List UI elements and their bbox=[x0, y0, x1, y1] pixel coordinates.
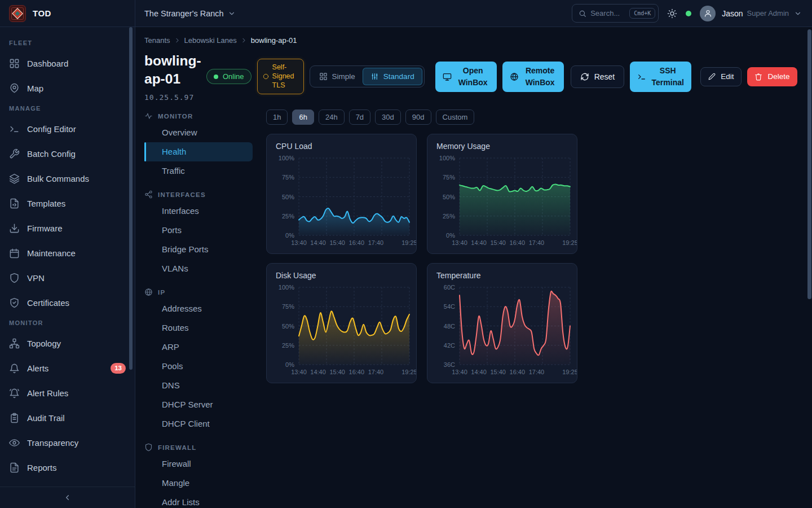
sidebar-item-reports[interactable]: Reports bbox=[0, 455, 135, 480]
sidebar-item-bulk-commands[interactable]: Bulk Commands bbox=[0, 166, 135, 191]
sidebar-item-transparency[interactable]: Transparency bbox=[0, 430, 135, 455]
alerts-count-badge: 13 bbox=[111, 363, 126, 374]
reset-button[interactable]: Reset bbox=[571, 65, 625, 88]
toggle-standard-label: Standard bbox=[383, 72, 414, 81]
subnav-item-health[interactable]: Health bbox=[144, 142, 253, 161]
content-row: MONITOROverviewHealthTrafficINTERFACESIn… bbox=[144, 110, 812, 508]
user-avatar[interactable] bbox=[700, 6, 716, 21]
subnav-item-dhcp-server[interactable]: DHCP Server bbox=[144, 395, 253, 414]
subnav-item-traffic[interactable]: Traffic bbox=[144, 161, 253, 181]
sidebar-item-dashboard[interactable]: Dashboard bbox=[0, 51, 135, 76]
logo-icon bbox=[9, 5, 26, 22]
subnav-item-arp[interactable]: ARP bbox=[144, 338, 253, 357]
status-badge-label: Online bbox=[223, 72, 244, 81]
sidebar-item-audit-trail[interactable]: Audit Trail bbox=[0, 405, 135, 430]
dashboard-icon bbox=[9, 58, 20, 69]
sidebar-item-map[interactable]: Map bbox=[0, 76, 135, 100]
sidebar-item-alert-rules[interactable]: Alert Rules bbox=[0, 380, 135, 405]
tenant-selector[interactable]: The Stranger's Ranch bbox=[144, 9, 236, 18]
svg-text:25%: 25% bbox=[443, 212, 455, 219]
refresh-icon bbox=[580, 72, 589, 81]
subnav-item-ports[interactable]: Ports bbox=[144, 221, 253, 240]
open-winbox-label: Open WinBox bbox=[457, 65, 489, 89]
subnav-item-addresses[interactable]: Addresses bbox=[144, 299, 253, 318]
layers-icon bbox=[9, 173, 20, 184]
sidebar-item-firmware[interactable]: Firmware bbox=[0, 216, 135, 240]
svg-text:75%: 75% bbox=[282, 303, 294, 310]
app-root: { "topbar": { "logo_text": "TOD", "tenan… bbox=[0, 0, 812, 508]
svg-text:14:40: 14:40 bbox=[310, 239, 326, 246]
subnav-item-firewall[interactable]: Firewall bbox=[144, 454, 253, 474]
theme-toggle-sun-icon[interactable] bbox=[667, 8, 677, 19]
svg-text:17:40: 17:40 bbox=[529, 369, 545, 375]
toggle-standard[interactable]: Standard bbox=[363, 68, 422, 85]
time-range-1h[interactable]: 1h bbox=[266, 110, 288, 125]
subnav-item-bridge-ports[interactable]: Bridge Ports bbox=[144, 240, 253, 259]
globe-icon bbox=[144, 288, 153, 296]
time-range-custom[interactable]: Custom bbox=[436, 110, 475, 125]
sidebar-item-label: Config Editor bbox=[27, 124, 76, 134]
subnav-section-monitor: MONITOR bbox=[144, 110, 253, 123]
sidebar-scrollbar[interactable] bbox=[129, 27, 133, 370]
svg-text:13:40: 13:40 bbox=[291, 239, 307, 246]
toggle-simple[interactable]: Simple bbox=[312, 68, 363, 85]
ssh-terminal-button[interactable]: SSH Terminal bbox=[630, 62, 691, 92]
time-range-7d[interactable]: 7d bbox=[349, 110, 370, 125]
search-input[interactable] bbox=[590, 9, 625, 17]
remote-winbox-label: Remote WinBox bbox=[524, 65, 557, 89]
subnav-item-vlans[interactable]: VLANs bbox=[144, 259, 253, 278]
remote-winbox-button[interactable]: Remote WinBox bbox=[502, 62, 564, 92]
breadcrumb-tenant-name[interactable]: Lebowski Lanes bbox=[184, 36, 237, 45]
subnav-item-mangle[interactable]: Mangle bbox=[144, 474, 253, 493]
sidebar-item-label: Alerts bbox=[27, 364, 48, 373]
sidebar-item-config-editor[interactable]: Config Editor bbox=[0, 116, 135, 141]
time-range-6h[interactable]: 6h bbox=[292, 110, 314, 125]
sidebar-item-maintenance[interactable]: Maintenance bbox=[0, 240, 135, 265]
status-badge-online: Online bbox=[206, 69, 251, 84]
sidebar-item-label: Reports bbox=[27, 463, 57, 472]
sidebar-item-vpn[interactable]: VPN bbox=[0, 265, 135, 290]
open-winbox-button[interactable]: Open WinBox bbox=[435, 62, 497, 92]
edit-button[interactable]: Edit bbox=[700, 67, 742, 86]
sidebar-item-topology[interactable]: Topology bbox=[0, 331, 135, 356]
subnav-item-addr-lists[interactable]: Addr Lists bbox=[144, 493, 253, 508]
app-logo[interactable]: TOD bbox=[0, 0, 135, 27]
user-role: Super Admin bbox=[747, 9, 789, 17]
sidebar-collapse-button[interactable] bbox=[0, 487, 135, 508]
search-box[interactable]: Cmd+K bbox=[572, 4, 659, 23]
subnav-item-interfaces[interactable]: Interfaces bbox=[144, 202, 253, 221]
sidebar-item-batch-config[interactable]: Batch Config bbox=[0, 141, 135, 166]
sidebar-item-templates[interactable]: Templates bbox=[0, 191, 135, 216]
user-menu-chevron-icon[interactable] bbox=[794, 10, 802, 17]
sidebar-section-label: MONITOR bbox=[0, 319, 135, 326]
svg-text:48C: 48C bbox=[444, 322, 455, 329]
chevron-right-icon bbox=[174, 37, 181, 44]
subnav-item-dns[interactable]: DNS bbox=[144, 376, 253, 395]
terminal-icon bbox=[637, 72, 646, 81]
svg-text:50%: 50% bbox=[282, 322, 294, 329]
sidebar-item-label: Transparency bbox=[27, 438, 78, 448]
sidebar-item-certificates[interactable]: Certificates bbox=[0, 290, 135, 315]
svg-text:14:40: 14:40 bbox=[471, 369, 487, 375]
sidebar-item-alerts[interactable]: Alerts13 bbox=[0, 356, 135, 380]
sidebar-section-manage: MANAGEConfig EditorBatch ConfigBulk Comm… bbox=[0, 105, 135, 315]
chart-canvas: 36C42C48C54C60C13:4014:4015:4016:4017:40… bbox=[427, 264, 577, 383]
time-range-90d[interactable]: 90d bbox=[405, 110, 431, 125]
window-scrollbar[interactable] bbox=[807, 29, 811, 299]
delete-button[interactable]: Delete bbox=[747, 67, 797, 86]
svg-text:13:40: 13:40 bbox=[291, 369, 307, 375]
subnav-item-dhcp-client[interactable]: DHCP Client bbox=[144, 414, 253, 433]
time-range-24h[interactable]: 24h bbox=[319, 110, 345, 125]
breadcrumb-tenants[interactable]: Tenants bbox=[144, 36, 170, 45]
time-range-30d[interactable]: 30d bbox=[375, 110, 401, 125]
shield-icon bbox=[144, 443, 153, 452]
time-range-selector: 1h6h24h7d30d90dCustom bbox=[266, 110, 577, 125]
svg-text:16:40: 16:40 bbox=[510, 369, 526, 375]
sidebar-section-label: FLEET bbox=[0, 40, 135, 46]
calendar-icon bbox=[9, 248, 20, 259]
subnav-item-routes[interactable]: Routes bbox=[144, 318, 253, 338]
subnav-section-label: FIREWALL bbox=[158, 444, 196, 451]
subnav-item-overview[interactable]: Overview bbox=[144, 123, 253, 142]
subnav-item-pools[interactable]: Pools bbox=[144, 357, 253, 376]
sidebar-section-fleet: FLEETDashboardMap bbox=[0, 40, 135, 100]
